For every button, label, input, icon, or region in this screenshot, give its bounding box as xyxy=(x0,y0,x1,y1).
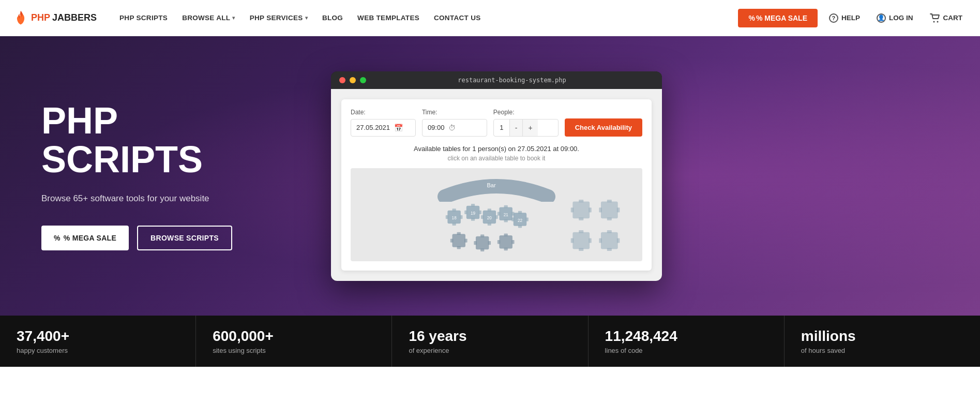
svg-rect-43 xyxy=(499,235,512,248)
stat-item-lines: 11,248,424 lines of code xyxy=(589,316,785,367)
svg-rect-19 xyxy=(495,215,497,218)
nav-contact-us[interactable]: CONTACT US xyxy=(428,10,487,26)
hero-content: PHP SCRIPTS Browse 65+ software tools fo… xyxy=(41,101,310,251)
stat-number-years: 16 years xyxy=(409,328,571,345)
svg-rect-7 xyxy=(460,215,462,218)
nav-browse-all[interactable]: BROWSE ALL ▾ xyxy=(176,10,242,26)
browser-body: Date: 27.05.2021 📅 Time: 09:00 ⏱ xyxy=(331,89,662,281)
date-label: Date: xyxy=(351,109,416,116)
nav-php-scripts[interactable]: PHP SCRIPTS xyxy=(113,10,174,26)
table-numbers-svg: 18 19 xyxy=(351,168,642,261)
svg-rect-18 xyxy=(481,215,484,218)
stat-item-sites: 600,000+ sites using scripts xyxy=(196,316,392,367)
time-field-group: Time: 09:00 ⏱ xyxy=(422,109,487,137)
svg-rect-49 xyxy=(579,199,583,202)
svg-text:20: 20 xyxy=(487,216,492,220)
svg-rect-67 xyxy=(617,238,620,243)
svg-rect-60 xyxy=(579,248,583,250)
svg-rect-33 xyxy=(452,234,465,247)
time-input[interactable]: 09:00 ⏱ xyxy=(422,119,487,137)
help-link[interactable]: ? HELP xyxy=(824,9,865,27)
svg-rect-66 xyxy=(599,238,601,243)
svg-rect-39 xyxy=(480,234,484,237)
svg-text:18: 18 xyxy=(452,216,457,220)
svg-rect-6 xyxy=(446,215,448,218)
browser-dot-close xyxy=(339,77,345,83)
cart-icon xyxy=(930,13,940,23)
nav-blog[interactable]: BLOG xyxy=(316,10,349,26)
browser-dot-maximize xyxy=(360,77,366,83)
people-increment-button[interactable]: + xyxy=(522,120,537,136)
calendar-icon: 📅 xyxy=(394,124,403,132)
people-decrement-button[interactable]: - xyxy=(509,120,523,136)
stat-label-sites: sites using scripts xyxy=(213,347,375,354)
cart-link[interactable]: CART xyxy=(925,9,968,27)
people-field-group: People: 1 - + xyxy=(493,109,559,137)
svg-rect-5 xyxy=(452,222,456,225)
svg-rect-55 xyxy=(607,217,612,220)
stat-number-hours: millions xyxy=(801,328,963,345)
nav-php-services[interactable]: PHP SERVICES ▾ xyxy=(244,10,314,26)
svg-rect-30 xyxy=(511,217,514,221)
svg-rect-51 xyxy=(571,207,574,212)
svg-rect-16 xyxy=(488,208,491,211)
svg-rect-52 xyxy=(589,207,591,212)
svg-rect-59 xyxy=(579,230,583,233)
stat-number-lines: 11,248,424 xyxy=(605,328,767,345)
hero-buttons: % % MEGA SALE BROWSE SCRIPTS xyxy=(41,226,310,250)
svg-rect-54 xyxy=(607,199,612,202)
browser-window: restaurant-booking-system.php Date: 27.0… xyxy=(331,71,662,281)
hero-mega-sale-button[interactable]: % % MEGA SALE xyxy=(41,226,129,250)
svg-rect-58 xyxy=(572,232,590,249)
browser-url-bar: restaurant-booking-system.php xyxy=(370,77,654,84)
svg-rect-44 xyxy=(504,233,508,236)
svg-rect-61 xyxy=(571,238,574,243)
available-sub: click on an available table to book it xyxy=(351,155,642,162)
nav-web-templates[interactable]: WEB TEMPLATES xyxy=(351,10,426,26)
logo-flame-icon xyxy=(12,10,29,26)
people-value: 1 xyxy=(494,120,509,136)
stat-label-customers: happy customers xyxy=(17,347,179,354)
svg-rect-48 xyxy=(572,201,590,218)
logo-php-text: PHP xyxy=(31,12,50,23)
booking-form: Date: 27.05.2021 📅 Time: 09:00 ⏱ xyxy=(341,99,652,271)
svg-rect-65 xyxy=(607,248,612,250)
svg-point-1 xyxy=(937,21,938,22)
login-link[interactable]: 👤 LOG IN xyxy=(871,9,918,27)
svg-rect-13 xyxy=(478,210,481,214)
svg-rect-42 xyxy=(488,241,491,244)
time-label: Time: xyxy=(422,109,487,116)
svg-rect-36 xyxy=(450,238,453,242)
navbar: PHPJABBERS PHP SCRIPTS BROWSE ALL ▾ PHP … xyxy=(0,0,980,36)
mega-sale-button[interactable]: % % MEGA SALE xyxy=(738,9,818,27)
svg-rect-10 xyxy=(471,204,475,206)
svg-rect-24 xyxy=(497,212,500,215)
svg-rect-45 xyxy=(504,247,508,250)
stat-item-hours: millions of hours saved xyxy=(785,316,980,367)
svg-rect-35 xyxy=(457,246,461,248)
stat-number-customers: 37,400+ xyxy=(17,328,179,345)
stat-label-years: of experience xyxy=(409,347,571,354)
svg-rect-29 xyxy=(518,225,522,228)
browser-dot-minimize xyxy=(350,77,356,83)
sale-percent-icon: % xyxy=(54,234,61,242)
hero-section: PHP SCRIPTS Browse 65+ software tools fo… xyxy=(0,36,980,316)
svg-rect-57 xyxy=(617,207,620,212)
svg-rect-63 xyxy=(601,232,618,249)
nav-links: PHP SCRIPTS BROWSE ALL ▾ PHP SERVICES ▾ … xyxy=(113,10,738,26)
check-availability-button[interactable]: Check Availability xyxy=(565,118,642,137)
svg-rect-40 xyxy=(480,248,484,251)
date-field-group: Date: 27.05.2021 📅 xyxy=(351,109,416,137)
help-icon: ? xyxy=(829,13,838,23)
svg-rect-56 xyxy=(599,207,601,212)
floor-plan: Bar 18 xyxy=(351,168,642,261)
site-logo[interactable]: PHPJABBERS xyxy=(12,10,97,26)
people-stepper[interactable]: 1 - + xyxy=(493,119,559,137)
hero-subtitle: Browse 65+ software tools for your websi… xyxy=(41,192,228,205)
hero-browse-button[interactable]: BROWSE SCRIPTS xyxy=(137,226,232,250)
svg-rect-28 xyxy=(518,211,522,213)
svg-rect-23 xyxy=(504,219,508,222)
hero-title: PHP SCRIPTS xyxy=(41,101,310,180)
svg-rect-31 xyxy=(525,217,528,221)
date-input[interactable]: 27.05.2021 📅 xyxy=(351,119,416,137)
